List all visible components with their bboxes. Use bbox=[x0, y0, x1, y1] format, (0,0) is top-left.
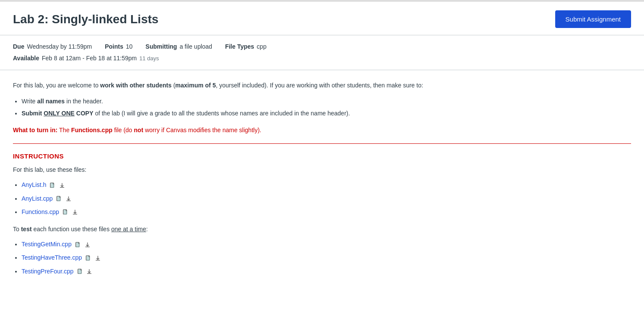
bullet-item-2: Submit ONLY ONE COPY of the lab (I will … bbox=[22, 109, 631, 118]
red-divider bbox=[13, 143, 631, 144]
due-value: Wednesday by 11:59pm bbox=[27, 41, 92, 52]
file-link-testingprefour[interactable]: TestingPreFour.cpp bbox=[22, 268, 74, 275]
instructions-bullets: Write all names in the header. Submit ON… bbox=[22, 96, 631, 118]
file-item-anylist-cpp: AnyList.cpp bbox=[22, 193, 631, 204]
header-section: Lab 2: Singly-linked Lists Submit Assign… bbox=[0, 2, 644, 35]
instructions-intro-span: For this lab, use these files: bbox=[13, 166, 86, 173]
files-list: AnyList.h AnyList.cpp Functions.cpp bbox=[22, 180, 631, 217]
bold-work-with: work with other students bbox=[100, 82, 172, 89]
preview-icon-testinghavethree[interactable] bbox=[85, 255, 91, 261]
download-icon-testinghavethree[interactable] bbox=[95, 255, 101, 261]
preview-icon-functions-cpp[interactable] bbox=[63, 209, 69, 215]
points-meta: Points 10 bbox=[105, 41, 132, 52]
file-types-label: File Types bbox=[225, 41, 254, 52]
test-intro-text: To test each function use these files on… bbox=[13, 224, 631, 234]
file-item-anylist-h: AnyList.h bbox=[22, 180, 631, 190]
file-link-anylist-cpp[interactable]: AnyList.cpp bbox=[22, 195, 53, 202]
bold-submit: Submit ONLY ONE COPY bbox=[22, 110, 94, 117]
available-value: Feb 8 at 12am - Feb 18 at 11:59pm bbox=[42, 53, 137, 64]
preview-icon-testingprefour[interactable] bbox=[77, 269, 83, 275]
preview-icon-anylist-h[interactable] bbox=[50, 183, 56, 189]
bold-test: test bbox=[21, 226, 32, 233]
meta-section: Due Wednesday by 11:59pm Points 10 Submi… bbox=[0, 35, 644, 70]
what-to-turn-in: What to turn in: The Functions.cpp file … bbox=[13, 125, 631, 135]
submitting-value: a file upload bbox=[180, 41, 213, 52]
file-link-functions-cpp[interactable]: Functions.cpp bbox=[22, 208, 59, 215]
points-label: Points bbox=[105, 41, 123, 52]
available-meta: Available Feb 8 at 12am - Feb 18 at 11:5… bbox=[13, 53, 631, 64]
download-icon-functions-cpp[interactable] bbox=[72, 209, 78, 215]
test-file-item-havethree: TestingHaveThree.cpp bbox=[22, 252, 631, 263]
download-icon-anylist-h[interactable] bbox=[59, 183, 65, 189]
intro-paragraph: For this lab, you are welcome to work wi… bbox=[13, 81, 631, 90]
download-icon-testinggetmin[interactable] bbox=[84, 242, 91, 248]
content-section: For this lab, you are welcome to work wi… bbox=[0, 70, 644, 276]
bold-all-names: all names bbox=[37, 98, 65, 105]
page-title: Lab 2: Singly-linked Lists bbox=[13, 12, 159, 26]
what-to-turn-label: What to turn in: bbox=[13, 127, 57, 133]
download-icon-anylist-cpp[interactable] bbox=[66, 196, 72, 202]
points-value: 10 bbox=[126, 41, 133, 52]
due-label: Due bbox=[13, 41, 24, 52]
file-link-testinghavethree[interactable]: TestingHaveThree.cpp bbox=[22, 254, 82, 261]
file-item-functions-cpp: Functions.cpp bbox=[22, 207, 631, 217]
file-link-testinggetmin[interactable]: TestingGetMin.cpp bbox=[22, 241, 72, 248]
instructions-heading: INSTRUCTIONS bbox=[13, 152, 631, 160]
available-label: Available bbox=[13, 53, 39, 64]
test-files-list: TestingGetMin.cpp TestingHaveThree.cpp T bbox=[22, 239, 631, 277]
what-to-turn-text: The Functions.cpp file (do not worry if … bbox=[59, 127, 261, 133]
bold-max: maximum of 5 bbox=[175, 82, 216, 89]
bullet-item-1: Write all names in the header. bbox=[22, 96, 631, 106]
file-types-meta: File Types cpp bbox=[225, 41, 266, 52]
preview-icon-anylist-cpp[interactable] bbox=[56, 196, 62, 202]
instructions-intro-text: For this lab, use these files: bbox=[13, 165, 631, 174]
page-container: Lab 2: Singly-linked Lists Submit Assign… bbox=[0, 0, 644, 277]
one-at-a-time: one at a time bbox=[111, 226, 146, 233]
test-file-item-prefour: TestingPreFour.cpp bbox=[22, 266, 631, 277]
preview-icon-testinggetmin[interactable] bbox=[75, 242, 81, 248]
file-link-anylist-h[interactable]: AnyList.h bbox=[22, 181, 47, 188]
available-days: 11 days bbox=[139, 53, 159, 63]
bold-functions-cpp: Functions.cpp bbox=[71, 127, 113, 133]
meta-row-1: Due Wednesday by 11:59pm Points 10 Submi… bbox=[13, 41, 631, 52]
bold-not: not bbox=[134, 127, 144, 133]
test-file-item-getmin: TestingGetMin.cpp bbox=[22, 239, 631, 250]
submit-assignment-button[interactable]: Submit Assignment bbox=[555, 10, 631, 28]
due-meta: Due Wednesday by 11:59pm bbox=[13, 41, 92, 52]
file-types-value: cpp bbox=[257, 41, 267, 52]
submitting-meta: Submitting a file upload bbox=[146, 41, 213, 52]
submitting-label: Submitting bbox=[146, 41, 177, 52]
download-icon-testingprefour[interactable] bbox=[86, 269, 92, 275]
